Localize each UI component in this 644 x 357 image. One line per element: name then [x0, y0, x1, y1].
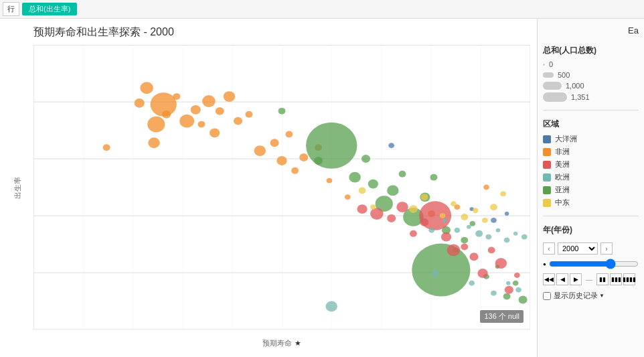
svg-point-37: [224, 91, 235, 102]
year-slider-row: ●: [543, 259, 639, 269]
color-legend-section: 区域 大洋洲 非洲 美洲 欧洲: [543, 119, 639, 208]
y-axis-label: 出生率: [13, 176, 23, 198]
svg-point-101: [521, 234, 528, 240]
svg-point-117: [451, 201, 457, 206]
svg-point-40: [234, 117, 242, 125]
show-history-checkbox[interactable]: [543, 292, 551, 300]
svg-point-99: [504, 238, 510, 243]
svg-point-86: [469, 253, 478, 261]
bubble-size-1351: [543, 92, 567, 102]
svg-point-100: [513, 232, 518, 236]
null-badge: 136 个 null: [480, 310, 524, 323]
svg-point-75: [519, 296, 528, 304]
bubble-size-500: [543, 72, 554, 78]
americas-label: 美洲: [555, 159, 570, 169]
divider-2: [543, 216, 639, 216]
bubble-legend-item-1351: 1,351: [543, 92, 639, 102]
svg-point-53: [483, 185, 489, 190]
svg-point-38: [198, 121, 206, 128]
playback-format-1[interactable]: ▮▮: [596, 273, 609, 285]
svg-point-47: [299, 153, 308, 161]
chart-area: 预期寿命和出生率探索 - 2000 出生率: [0, 19, 537, 357]
svg-point-112: [359, 188, 366, 194]
svg-point-39: [210, 129, 220, 138]
legend-item-africa: 非洲: [543, 147, 639, 157]
chart-container: 出生率 .05: [33, 45, 530, 330]
play-button[interactable]: ▶: [570, 273, 582, 285]
svg-point-73: [503, 293, 511, 300]
year-control-title: 年(年份): [543, 224, 639, 236]
svg-point-104: [469, 281, 475, 286]
right-panel: Ea 总和(人口总数) 0 500 1,000 1,351: [537, 19, 644, 357]
row-button[interactable]: 行: [3, 2, 19, 16]
svg-point-54: [278, 108, 286, 115]
oceania-label: 大洋洲: [555, 134, 577, 144]
middle-east-color-dot: [543, 199, 551, 207]
svg-point-82: [419, 201, 451, 230]
svg-point-95: [467, 225, 471, 229]
bubble-size-1000: [543, 82, 562, 90]
show-history-label[interactable]: 显示历史记录 ▼: [554, 291, 605, 301]
oceania-color-dot: [543, 135, 551, 143]
playback-format-3[interactable]: ▮▮▮▮: [623, 273, 635, 285]
svg-point-56: [306, 123, 357, 169]
svg-point-122: [500, 191, 506, 196]
svg-point-94: [455, 228, 461, 233]
svg-point-97: [485, 234, 491, 240]
play-step-prev-button[interactable]: ◀: [556, 273, 568, 285]
playback-row: ◀◀ ◀ ▶ — ▮▮ ▮▮▮ ▮▮▮▮: [543, 273, 639, 285]
chart-title: 预期寿命和出生率探索 - 2000: [33, 25, 530, 40]
svg-point-91: [514, 273, 520, 278]
svg-point-42: [254, 145, 266, 156]
svg-point-107: [515, 287, 521, 293]
svg-point-78: [387, 214, 396, 222]
color-legend-title: 区域: [543, 119, 639, 130]
svg-point-74: [513, 281, 519, 286]
svg-point-119: [473, 208, 479, 213]
svg-point-57: [349, 172, 360, 183]
legend-item-americas: 美洲: [543, 159, 639, 169]
svg-point-65: [430, 174, 438, 181]
playback-format-2[interactable]: ▮▮▮: [610, 273, 622, 285]
svg-point-45: [276, 156, 287, 165]
svg-point-49: [327, 178, 333, 184]
x-axis-star-icon: ★: [295, 339, 301, 348]
svg-point-90: [505, 286, 513, 294]
svg-point-58: [361, 155, 370, 163]
bubble-legend-section: 总和(人口总数) 0 500 1,000 1,351: [543, 45, 639, 102]
year-slider[interactable]: [549, 259, 639, 269]
bubble-size-0: [543, 64, 545, 66]
svg-point-92: [428, 228, 434, 233]
year-next-button[interactable]: ›: [600, 242, 613, 255]
americas-color-dot: [543, 161, 551, 169]
legend-item-oceania: 大洋洲: [543, 134, 639, 144]
svg-point-34: [191, 105, 201, 115]
svg-point-118: [461, 214, 468, 220]
svg-point-70: [469, 221, 475, 226]
svg-point-93: [442, 218, 447, 222]
birth-rate-tag[interactable]: 总和(出生率): [22, 3, 77, 15]
year-select[interactable]: 2000: [558, 242, 598, 255]
show-history-dropdown-icon: ▼: [599, 293, 605, 299]
europe-color-dot: [543, 173, 551, 182]
svg-point-102: [325, 301, 337, 312]
bubble-legend-item-0: 0: [543, 60, 639, 68]
svg-point-79: [396, 202, 408, 212]
svg-point-69: [461, 237, 468, 244]
svg-point-44: [285, 131, 293, 137]
divider-1: [543, 110, 639, 111]
svg-point-113: [370, 204, 376, 210]
svg-point-33: [179, 115, 194, 128]
svg-point-62: [399, 171, 406, 177]
slider-circle-icon: ●: [543, 261, 546, 267]
svg-point-43: [270, 139, 279, 147]
svg-point-115: [420, 194, 428, 200]
ea-label: Ea: [543, 25, 639, 35]
year-prev-button[interactable]: ‹: [543, 242, 555, 255]
asia-label: 亚洲: [555, 185, 570, 195]
svg-point-85: [461, 244, 468, 251]
play-prev-button[interactable]: ◀◀: [543, 273, 555, 285]
svg-point-27: [140, 82, 153, 94]
svg-point-88: [488, 246, 495, 253]
svg-point-121: [490, 204, 497, 210]
